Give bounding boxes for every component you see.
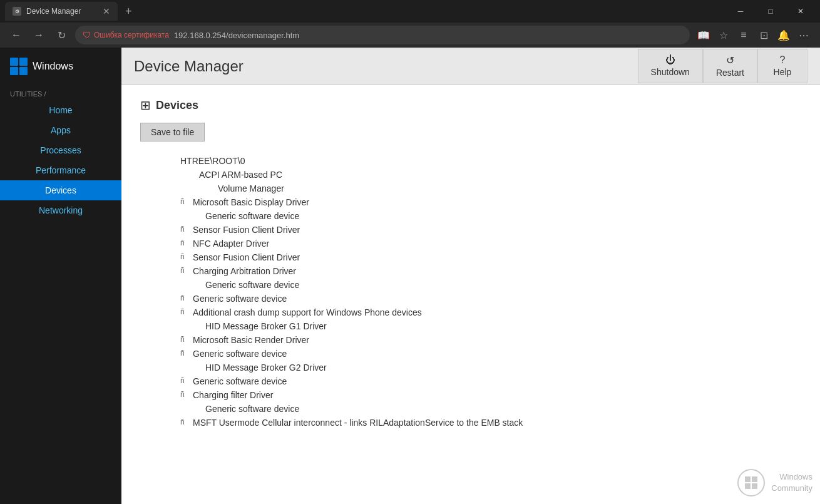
restart-button[interactable]: ↺ Restart (703, 49, 757, 83)
device-icon: ñ (180, 349, 190, 357)
windows-logo (10, 58, 28, 75)
minimize-button[interactable]: ─ (726, 2, 755, 21)
security-badge: 🛡 Ошибка сертификата (83, 30, 169, 40)
list-item: ACPI ARM-based PC (140, 168, 801, 182)
device-name: Sensor Fusion Client Driver (193, 252, 300, 262)
list-item: ñ Sensor Fusion Client Driver (140, 250, 801, 264)
list-item: Volume Manager (140, 182, 801, 195)
help-button[interactable]: ? Help (757, 49, 807, 83)
content-body: ⊞ Devices Save to file HTREE\ROOT\0 ACPI… (121, 85, 820, 504)
shutdown-button[interactable]: ⏻ Shutdown (638, 49, 703, 83)
settings-icon[interactable]: ≡ (735, 26, 752, 44)
url-text: 192.168.0.254/devicemanager.htm (174, 31, 299, 40)
restart-icon: ↺ (726, 54, 734, 66)
help-label: Help (774, 67, 792, 77)
devices-icon: ⊞ (140, 98, 151, 113)
sidebar-item-apps[interactable]: Apps (0, 120, 121, 140)
url-bar[interactable]: 🛡 Ошибка сертификата 192.168.0.254/devic… (75, 26, 690, 44)
device-name: Additional crash dump support for Window… (193, 307, 422, 317)
tab-bar: ⚙ Device Manager ✕ + ─ □ ✕ (0, 0, 820, 23)
device-name: Charging filter Driver (193, 390, 273, 400)
svg-rect-3 (752, 483, 757, 489)
device-name: HID Message Broker G2 Driver (205, 363, 327, 373)
back-button[interactable]: ← (8, 26, 25, 44)
svg-rect-1 (752, 476, 757, 482)
help-icon: ? (780, 54, 786, 66)
device-name: Microsoft Basic Render Driver (193, 335, 309, 345)
device-name: Volume Manager (218, 183, 284, 193)
address-bar: ← → ↻ 🛡 Ошибка сертификата 192.168.0.254… (0, 23, 820, 48)
tab-favicon: ⚙ (13, 7, 21, 16)
device-icon: ñ (180, 294, 190, 302)
forward-button[interactable]: → (30, 26, 48, 44)
shutdown-icon: ⏻ (665, 54, 675, 66)
list-item: HTREE\ROOT\0 (140, 154, 801, 168)
svg-rect-2 (745, 483, 751, 489)
device-name: ACPI ARM-based PC (199, 170, 282, 180)
brand-text: Windows (33, 61, 73, 72)
device-icon: ñ (180, 225, 190, 234)
new-tab-button[interactable]: + (120, 5, 137, 18)
list-item: ñ Charging Arbitration Driver (140, 264, 801, 278)
devices-title: Devices (156, 99, 198, 112)
device-icon: ñ (180, 390, 190, 399)
list-item: ñ Microsoft Basic Render Driver (140, 333, 801, 347)
active-tab[interactable]: ⚙ Device Manager ✕ (5, 2, 118, 21)
sidebar-item-home[interactable]: Home (0, 100, 121, 120)
community-logo (737, 469, 765, 496)
device-icon: ñ (180, 376, 190, 385)
notifications-icon[interactable]: 🔔 (775, 26, 792, 44)
list-item: ñ Charging filter Driver (140, 388, 801, 402)
device-icon: ñ (180, 335, 190, 344)
list-item: HID Message Broker G1 Driver (140, 319, 801, 333)
device-name: Generic software device (205, 404, 299, 414)
window-controls: ─ □ ✕ (726, 2, 815, 21)
device-name: Generic software device (193, 376, 287, 386)
list-item: ñ Sensor Fusion Client Driver (140, 223, 801, 237)
device-name: Generic software device (205, 280, 299, 290)
reader-icon[interactable]: 📖 (695, 26, 712, 44)
save-to-file-button[interactable]: Save to file (140, 123, 205, 141)
tab-close-button[interactable]: ✕ (103, 6, 110, 16)
tab-title: Device Manager (26, 7, 98, 16)
close-button[interactable]: ✕ (786, 2, 815, 21)
sidebar: Windows UTILITIES / Home Apps Processes … (0, 48, 121, 504)
device-icon: ñ (180, 266, 190, 275)
refresh-button[interactable]: ↻ (53, 26, 70, 44)
sidebar-item-devices[interactable]: Devices (0, 180, 121, 200)
device-name: Generic software device (193, 349, 287, 359)
list-item: ñ Additional crash dump support for Wind… (140, 306, 801, 319)
windows-community-icon (744, 475, 759, 490)
device-name: Generic software device (193, 294, 287, 304)
security-icon: 🛡 (83, 30, 91, 40)
restart-label: Restart (716, 68, 744, 78)
list-item: ñ NFC Adapter Driver (140, 237, 801, 250)
community-text: Windows Community (771, 471, 812, 494)
browser-chrome: ⚙ Device Manager ✕ + ─ □ ✕ ← → ↻ 🛡 Ошибк… (0, 0, 820, 48)
maximize-button[interactable]: □ (756, 2, 785, 21)
device-tree: HTREE\ROOT\0 ACPI ARM-based PC Volume Ma… (140, 154, 801, 429)
device-icon: ñ (180, 252, 190, 261)
share-icon[interactable]: ⊡ (755, 26, 772, 44)
svg-rect-0 (745, 476, 751, 482)
list-item: ñ Generic software device (140, 347, 801, 361)
list-item: ñ Generic software device (140, 374, 801, 388)
utilities-label: UTILITIES / (0, 85, 121, 100)
page-title: Device Manager (134, 58, 638, 75)
more-icon[interactable]: ⋯ (795, 26, 812, 44)
sidebar-item-processes[interactable]: Processes (0, 140, 121, 160)
list-item: Generic software device (140, 402, 801, 416)
list-item: ñ MSFT Usermode Cellular interconnect - … (140, 416, 801, 429)
shutdown-label: Shutdown (651, 67, 690, 77)
device-name: NFC Adapter Driver (193, 239, 269, 249)
list-item: ñ Generic software device (140, 292, 801, 306)
devices-section-header: ⊞ Devices (140, 98, 801, 113)
list-item: HID Message Broker G2 Driver (140, 361, 801, 374)
favorites-icon[interactable]: ☆ (715, 26, 732, 44)
device-icon: ñ (180, 239, 190, 247)
sidebar-item-networking[interactable]: Networking (0, 200, 121, 220)
sidebar-item-performance[interactable]: Performance (0, 160, 121, 180)
device-name: HTREE\ROOT\0 (180, 156, 245, 166)
device-name: MSFT Usermode Cellular interconnect - li… (193, 418, 523, 428)
content-area: Device Manager ⏻ Shutdown ↺ Restart ? He… (121, 48, 820, 504)
